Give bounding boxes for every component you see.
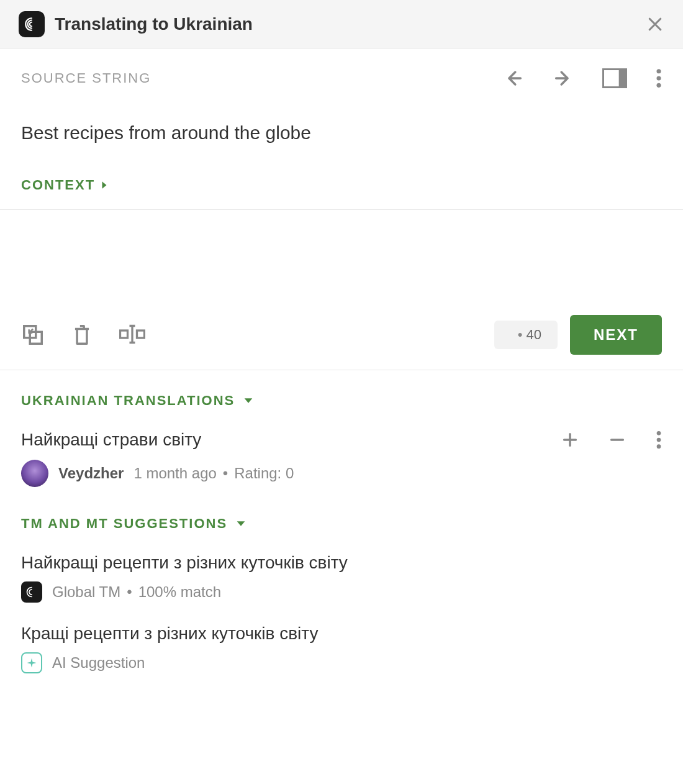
translation-editor[interactable]: • 40 NEXT [0,210,683,370]
translation-meta-text: 1 month ago • Rating: 0 [133,465,294,482]
svg-rect-7 [120,330,128,338]
ai-suggestion-icon [21,652,42,673]
source-toolbar [503,68,662,89]
translation-more-button[interactable] [656,430,662,450]
next-string-button[interactable] [553,68,574,89]
downvote-button[interactable] [608,431,626,449]
header-title: Translating to Ukrainian [55,14,646,34]
translation-item[interactable]: Найкращі страви світу Veydzher 1 month a… [21,430,662,487]
global-tm-icon [21,581,42,603]
svg-rect-8 [137,330,145,338]
suggestions-header[interactable]: TM AND MT SUGGESTIONS [21,516,662,532]
suggestion-source-name: Global TM [52,583,120,601]
svg-point-9 [657,431,661,435]
translation-age: 1 month ago [133,465,216,482]
svg-point-4 [656,83,661,88]
suggestion-item[interactable]: Кращі рецепти з різних куточків світу AI… [21,624,662,673]
copy-source-button[interactable] [21,323,45,347]
svg-point-10 [657,438,661,442]
chevron-down-icon [243,398,253,404]
translations-header[interactable]: UKRAINIAN TRANSLATIONS [21,393,662,409]
char-count-badge: • 40 [494,321,558,349]
insert-placeholder-button[interactable] [119,323,145,347]
suggestion-match: 100% match [138,583,221,601]
next-button[interactable]: NEXT [570,315,662,355]
clear-button[interactable] [72,323,92,347]
suggestion-source: Global TM • 100% match [52,583,221,601]
char-count-value: 40 [527,327,541,342]
more-menu-button[interactable] [656,68,662,89]
editor-actions [21,323,145,347]
author-name[interactable]: Veydzher [58,465,124,482]
source-section: SOURCE STRING Best recipes from around t… [0,49,683,210]
close-button[interactable] [646,15,664,34]
header-bar: Translating to Ukrainian [0,0,683,49]
suggestion-text: Найкращі рецепти з різних куточків світу [21,553,662,573]
translation-text: Найкращі страви світу [21,430,201,450]
prev-string-button[interactable] [503,68,524,89]
svg-rect-1 [619,69,626,87]
suggestion-item[interactable]: Найкращі рецепти з різних куточків світу… [21,553,662,603]
suggestion-source-name: AI Suggestion [52,654,145,672]
suggestion-source: AI Suggestion [52,654,145,672]
translation-rating: Rating: 0 [234,465,294,482]
suggestion-text: Кращі рецепти з різних куточків світу [21,624,662,644]
svg-point-2 [656,69,661,73]
chevron-right-icon [101,181,107,189]
chevron-down-icon [236,521,246,527]
svg-point-3 [656,76,661,80]
author-avatar[interactable] [21,460,48,487]
context-toggle[interactable]: CONTEXT [21,177,662,193]
source-section-label: SOURCE STRING [21,70,151,86]
layout-toggle-button[interactable] [602,68,627,88]
app-logo-icon [19,11,45,37]
source-text: Best recipes from around the globe [21,122,662,144]
svg-point-11 [657,444,661,449]
upvote-button[interactable] [561,431,579,449]
results-section: UKRAINIAN TRANSLATIONS Найкращі страви с… [0,370,683,696]
suggestions-header-label: TM AND MT SUGGESTIONS [21,516,227,532]
translations-header-label: UKRAINIAN TRANSLATIONS [21,393,235,409]
context-label: CONTEXT [21,177,95,193]
